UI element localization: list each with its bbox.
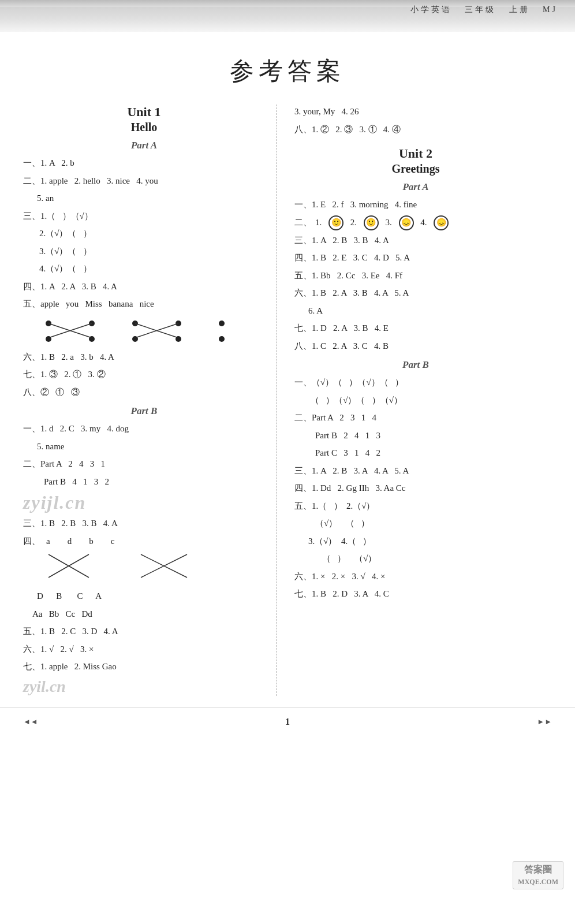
u1-pb-1: 一、1. d 2. C 3. my 4. dog — [23, 422, 265, 437]
face-3: 😞 — [399, 215, 414, 230]
u1-pa-4: 四、1. A 2. A 3. B 4. A — [23, 280, 265, 295]
u1-pa-6: 六、1. B 2. a 3. b 4. A — [23, 350, 265, 365]
u1-pa-5-label: 五、apple you Miss banana nice — [23, 297, 265, 312]
subject-label: 小学英语 — [410, 5, 452, 14]
u2-pb-2c: Part C 3 1 4 2 — [315, 446, 537, 461]
page-number: 1 — [285, 717, 290, 727]
u2-pb-2b: Part B 2 4 1 3 — [315, 429, 537, 444]
prev-nav: ◄◄ — [23, 717, 38, 726]
u2-pa-6b: 6. A — [308, 304, 537, 319]
u2-pb-1b: （ ）（√）（ ）（√） — [311, 393, 537, 408]
watermark-right-area: 答案圈MXQE.COM — [513, 861, 563, 889]
u2-pb-5c: 3.（√） 4.（ ） — [294, 534, 537, 549]
u1-right-2: 八、1. ② 2. ③ 3. ① 4. ④ — [294, 122, 537, 137]
edition-label: MJ — [543, 5, 558, 14]
u2-pa-5: 五、1. Bb 2. Cc 3. Ee 4. Ff — [294, 269, 537, 284]
u1-pa-3d: 4.（√）（ ） — [39, 262, 265, 277]
u2-pa-3: 三、1. A 2. B 3. B 4. A — [294, 233, 537, 248]
matching-exercise-5 — [37, 315, 256, 346]
prev-arrow: ◄◄ — [23, 717, 38, 726]
u1-pb-7: 七、1. apple 2. Miss Gao — [23, 660, 265, 675]
u2-pb-5: 五、1.（ ） 2.（√） — [294, 499, 537, 514]
content-area: Unit 1 Hello Part A 一、1. A 2. b 二、1. app… — [0, 105, 575, 696]
next-nav: ►► — [537, 717, 552, 726]
watermark-1: zyijl.cn — [23, 492, 265, 513]
u2-pa-6: 六、1. B 2. A 3. B 4. A 5. A — [294, 286, 537, 301]
u1-pb-2: 二、Part A 2 4 3 1 — [23, 457, 265, 472]
svg-point-4 — [219, 321, 225, 326]
footer: ◄◄ 1 ►► — [0, 707, 575, 736]
u1-pb-3: 三、1. B 2. B 3. B 4. A — [23, 516, 265, 531]
svg-point-9 — [46, 336, 51, 342]
u1-pb-4c: Aa Bb Cc Dd — [32, 607, 265, 622]
u2-pa-8: 八、1. C 2. A 3. C 4. B — [294, 339, 537, 354]
u2-pb-4: 四、1. Dd 2. Gg IIh 3. Aa Cc — [294, 481, 537, 496]
svg-point-12 — [176, 336, 181, 342]
page-title: 参考答案 — [0, 32, 575, 105]
u1-pa-2: 二、1. apple 2. hello 3. nice 4. you — [23, 174, 265, 189]
u2-pa-4: 四、1. B 2. E 3. C 4. D 5. A — [294, 251, 537, 266]
part-b-title: Part B — [23, 405, 265, 417]
u2-pb-3: 三、1. A 2. B 3. A 4. A 5. A — [294, 464, 537, 479]
u1-pb-4b: D B C A — [37, 589, 265, 604]
u1-pb-5: 五、1. B 2. C 3. D 4. A — [23, 624, 265, 639]
face-4: 😞 — [434, 215, 449, 230]
u2-pb-6: 六、1. × 2. × 3. √ 4. × — [294, 569, 537, 584]
top-band: 小学英语 三年级 上册 MJ — [0, 0, 575, 32]
matching-exercise-4 — [37, 552, 233, 586]
next-arrow: ►► — [537, 717, 552, 726]
volume-label: 上册 — [509, 5, 530, 14]
grade-label: 三年级 — [465, 5, 496, 14]
u1-pa-1: 一、1. A 2. b — [23, 156, 265, 171]
u2-pb-2: 二、Part A 2 3 1 4 — [294, 411, 537, 426]
unit1-subtitle: Hello — [23, 121, 265, 134]
u1-pa-2b: 5. an — [37, 191, 265, 206]
u1-pa-3c: 3.（√）（ ） — [39, 244, 265, 259]
unit2-subtitle: Greetings — [294, 162, 537, 176]
left-column: Unit 1 Hello Part A 一、1. A 2. b 二、1. app… — [12, 105, 277, 696]
u2-pb-1: 一、（√）（ ）（√）（ ） — [294, 375, 537, 390]
face-2: 🙂 — [364, 215, 379, 230]
watermark-2: zyil.cn — [23, 677, 265, 696]
u1-pa-3: 三、1.（ ）（√） — [23, 209, 265, 224]
u1-right-1: 3. your, My 4. 26 — [294, 105, 537, 120]
matching-lines-svg — [37, 315, 256, 346]
header-info: 小学英语 三年级 上册 MJ — [410, 5, 558, 15]
page: 小学英语 三年级 上册 MJ 参考答案 Unit 1 Hello Part A … — [0, 0, 575, 924]
matching-4-svg — [37, 552, 233, 586]
u2-pb-7: 七、1. B 2. D 3. A 4. C — [294, 587, 537, 602]
u1-pa-7: 七、1. ③ 2. ① 3. ② — [23, 367, 265, 382]
u1-pb-2b: Part B 4 1 3 2 — [44, 475, 265, 490]
watermark-area-1: zyijl.cn — [23, 492, 265, 513]
u1-pb-4-label: 四、a d b c — [23, 534, 265, 549]
u2-part-a-title: Part A — [294, 181, 537, 193]
svg-point-10 — [89, 336, 95, 342]
u1-pb-6: 六、1. √ 2. √ 3. × — [23, 642, 265, 657]
unit1-title: Unit 1 — [23, 105, 265, 120]
u1-pa-3b: 2.（√）（ ） — [39, 226, 265, 241]
watermark-right: 答案圈MXQE.COM — [513, 861, 563, 889]
u2-pa-2: 二、 1. 🙂 2. 🙂 3. 😞 4. 😞 — [294, 215, 537, 230]
right-column: 3. your, My 4. 26 八、1. ② 2. ③ 3. ① 4. ④ … — [277, 105, 554, 696]
u1-pb-1b: 5. name — [37, 439, 265, 454]
part-a-title: Part A — [23, 140, 265, 151]
u2-pb-5d: （ ） （√） — [322, 552, 537, 567]
face-1: 🙂 — [328, 215, 343, 230]
unit2-title: Unit 2 — [294, 146, 537, 161]
u2-pa-1: 一、1. E 2. f 3. morning 4. fine — [294, 198, 537, 213]
u2-pb-5b: （√） （ ） — [315, 516, 537, 531]
svg-point-11 — [132, 336, 138, 342]
u2-pa-7: 七、1. D 2. A 3. B 4. E — [294, 321, 537, 336]
u2-part-b-title: Part B — [294, 359, 537, 371]
svg-point-13 — [219, 336, 225, 342]
u1-pa-8: 八、② ① ③ — [23, 385, 265, 400]
